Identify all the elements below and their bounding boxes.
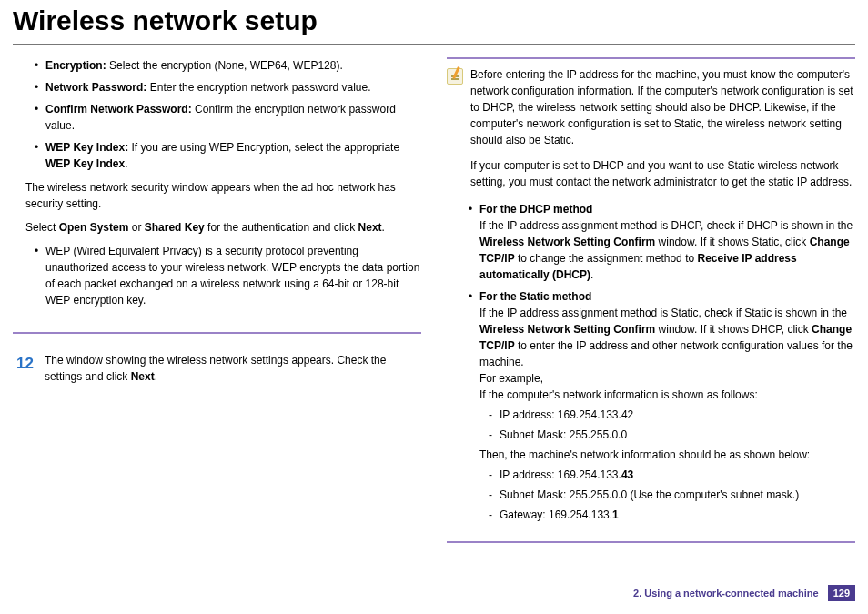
computer-network-info: IP address: 169.254.133.42 Subnet Mask: … — [479, 403, 855, 443]
footer-chapter: 2. Using a network-connected machine — [633, 588, 819, 599]
security-window-note: The wireless network security window app… — [25, 179, 421, 212]
list-item: Network Password: Enter the encryption n… — [35, 79, 421, 96]
static-text: If the IP address assignment method is S… — [479, 305, 855, 370]
note-block: Before entering the IP address for the m… — [447, 66, 855, 190]
wep-definition-list: WEP (Wired Equivalent Privacy) is a secu… — [13, 243, 421, 308]
static-method-item: For the Static method If the IP address … — [469, 288, 855, 523]
encryption-bullets: Encryption: Select the encryption (None,… — [13, 57, 421, 172]
page-title: Wireless network setup — [0, 0, 868, 42]
list-item: IP address: 169.254.133.43 — [489, 467, 855, 483]
then-label: Then, the machine's network information … — [479, 447, 855, 463]
content-columns: Encryption: Select the encryption (None,… — [0, 48, 868, 543]
page-number: 129 — [828, 585, 855, 601]
example-label: For example, — [479, 370, 855, 387]
step-text: The window showing the wireless network … — [45, 352, 421, 385]
list-item: IP address: 169.254.133.42 — [489, 407, 855, 423]
right-column: Before entering the IP address for the m… — [447, 57, 855, 543]
note-text-1: Before entering the IP address for the m… — [470, 66, 855, 148]
list-item: Subnet Mask: 255.255.0.0 — [489, 427, 855, 443]
list-item: Encryption: Select the encryption (None,… — [35, 57, 421, 74]
auth-select-note: Select Open System or Shared Key for the… — [25, 219, 421, 236]
machine-network-info: IP address: 169.254.133.43 Subnet Mask: … — [479, 463, 855, 523]
list-item: Confirm Network Password: Confirm the en… — [35, 101, 421, 134]
dhcp-text: If the IP address assignment method is D… — [479, 217, 855, 283]
list-item: Gateway: 169.254.133.1 — [489, 507, 855, 523]
left-column: Encryption: Select the encryption (None,… — [13, 57, 421, 543]
step-number: 12 — [16, 352, 34, 385]
list-item: WEP (Wired Equivalent Privacy) is a secu… — [35, 243, 421, 308]
list-item: WEP Key Index: If you are using WEP Encr… — [35, 139, 421, 172]
note-pencil-icon — [447, 68, 463, 85]
dhcp-method-item: For the DHCP method If the IP address as… — [469, 201, 855, 283]
footer: 2. Using a network-connected machine 129 — [633, 585, 855, 601]
note-text-2: If your computer is set to DHCP and you … — [470, 157, 855, 190]
list-item: Subnet Mask: 255.255.0.0 (Use the comput… — [489, 487, 855, 503]
step-12: 12 The window showing the wireless netwo… — [13, 352, 421, 385]
title-divider — [13, 44, 855, 45]
example-intro: If the computer's network information is… — [479, 387, 855, 403]
methods-list: For the DHCP method If the IP address as… — [447, 201, 855, 523]
